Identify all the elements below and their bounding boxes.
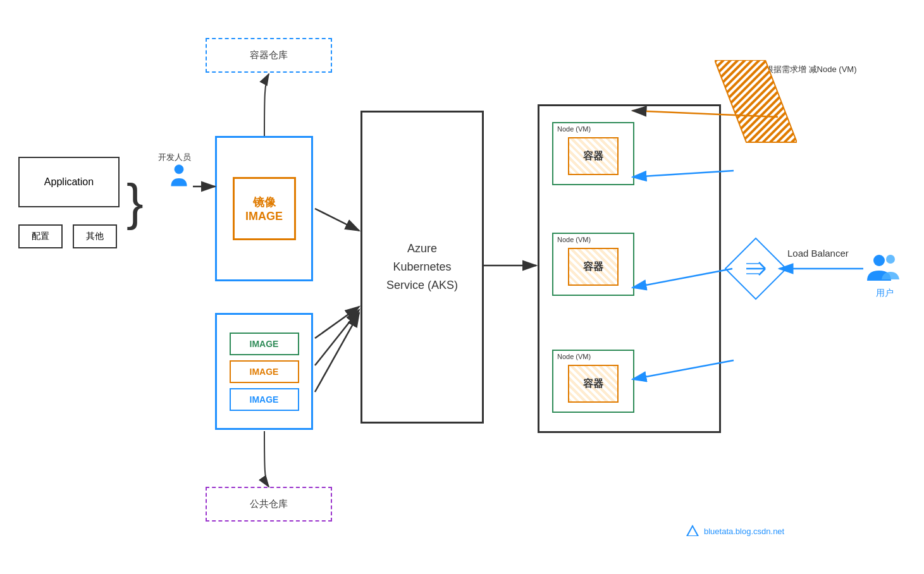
config-box: 配置 (18, 224, 63, 248)
svg-point-0 (175, 165, 183, 174)
public-registry-box: 公共仓库 (206, 487, 332, 522)
svg-marker-10 (715, 60, 797, 142)
svg-line-18 (315, 307, 359, 338)
aks-label: AzureKubernetesService (AKS) (386, 240, 458, 294)
cluster-box: Node (VM) 容器 Node (VM) 容器 Node (VM) 容器 (538, 104, 721, 433)
aks-box: AzureKubernetesService (AKS) (360, 111, 484, 424)
registry-top-label: 容器仓库 (250, 49, 288, 61)
registry-bottom-label: 公共仓库 (250, 498, 288, 510)
node-label-3: Node (VM) (553, 351, 633, 362)
main-image-box: 镜像 IMAGE (215, 136, 313, 281)
node-label-2: Node (VM) (553, 234, 633, 245)
image-inner-box: 镜像 IMAGE (233, 177, 296, 240)
svg-point-7 (886, 255, 895, 264)
container-registry-box: 容器仓库 (206, 38, 332, 73)
node-box-1: Node (VM) 容器 (552, 122, 634, 185)
node-box-3: Node (VM) 容器 (552, 350, 634, 413)
image-tag-orange: IMAGE (230, 360, 299, 383)
watermark: bluetata.blog.csdn.net (686, 525, 784, 537)
container-2: 容器 (568, 248, 619, 286)
svg-line-17 (315, 209, 359, 231)
application-box: Application (18, 157, 120, 207)
image-tag-green: IMAGE (230, 333, 299, 355)
developer-icon (168, 164, 190, 187)
application-label: Application (44, 176, 94, 188)
image-bottom-label: IMAGE (245, 210, 283, 223)
node-label-1: Node (VM) (553, 123, 633, 135)
image-tag-blue: IMAGE (230, 388, 299, 411)
config-label: 配置 (32, 231, 49, 242)
other-label: 其他 (86, 231, 104, 242)
scale-arrow (715, 60, 797, 149)
svg-line-19 (315, 310, 359, 365)
container-3: 容器 (568, 365, 619, 403)
svg-line-2 (759, 262, 765, 269)
users-label: 用户 (876, 288, 894, 299)
node-box-2: Node (VM) 容器 (552, 233, 634, 296)
multi-image-box: IMAGE IMAGE IMAGE (215, 313, 313, 430)
svg-point-6 (873, 255, 885, 266)
svg-line-20 (315, 313, 359, 392)
users-icon (866, 253, 901, 284)
lb-label: Load Balancer (787, 247, 849, 261)
brace: } (126, 145, 144, 259)
developer-label: 开发人员 (158, 152, 191, 163)
other-box: 其他 (73, 224, 117, 248)
watermark-text: bluetata.blog.csdn.net (704, 527, 784, 536)
svg-line-3 (759, 269, 765, 275)
image-top-label: 镜像 (253, 195, 276, 210)
container-1: 容器 (568, 137, 619, 175)
load-balancer-icon (734, 247, 778, 291)
